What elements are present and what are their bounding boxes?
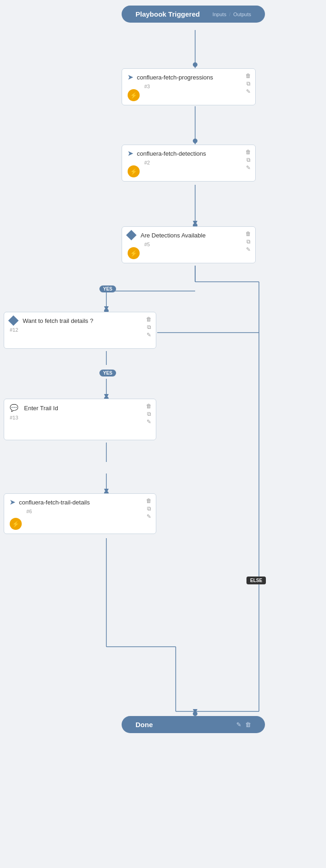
copy-icon[interactable]: ⧉ — [245, 80, 252, 87]
node-enter-trail-id: 💬 Enter Trail Id 🗑 ⧉ ✎ #13 — [4, 399, 156, 440]
node-fetch-progressions: ➤ confluera-fetch-progressions 🗑 ⧉ ✎ ⚡ #… — [122, 68, 256, 105]
node-fetch-detections-title: confluera-fetch-detections — [137, 150, 206, 157]
node-are-detections: Are Detections Available 🗑 ⧉ ✎ ⚡ #5 — [122, 226, 256, 263]
lightning-badge-3: ⚡ — [128, 247, 140, 259]
node-fetch-trail-details-title: confluera-fetch-trail-details — [19, 499, 90, 506]
chat-icon: 💬 — [10, 404, 18, 412]
node-want-fetch-trail-title: Want to fetch trail details ? — [23, 317, 93, 324]
node-fetch-progressions-title: confluera-fetch-progressions — [137, 74, 213, 81]
diamond-icon-1 — [126, 230, 137, 241]
svg-marker-9 — [104, 306, 109, 311]
node-fetch-detections-id: #2 — [144, 160, 250, 165]
arrow-icon-3: ➤ — [10, 498, 15, 506]
delete-icon-5[interactable]: 🗑 — [146, 403, 152, 409]
svg-marker-21 — [104, 489, 109, 493]
else-badge: ELSE — [246, 577, 266, 584]
lightning-badge-1: ⚡ — [128, 89, 140, 101]
delete-icon-4[interactable]: 🗑 — [146, 316, 152, 322]
yes-badge-1: YES — [99, 285, 116, 292]
node-want-fetch-trail-actions: 🗑 ⧉ ✎ — [146, 316, 152, 338]
svg-point-32 — [193, 711, 197, 716]
node-want-fetch-trail-id: #12 — [10, 327, 150, 333]
trigger-links: Inputs / Outputs — [212, 12, 251, 17]
outputs-link[interactable]: Outputs — [233, 12, 251, 17]
node-fetch-trail-details-header: ➤ confluera-fetch-trail-details — [10, 498, 150, 506]
node-fetch-trail-details-id: #6 — [26, 509, 150, 514]
svg-marker-5 — [193, 221, 197, 225]
lightning-badge-2: ⚡ — [128, 165, 140, 177]
diamond-icon-2 — [8, 316, 19, 326]
svg-point-27 — [193, 139, 197, 143]
node-enter-trail-id-title: Enter Trail Id — [24, 405, 58, 412]
node-fetch-trail-details: ➤ confluera-fetch-trail-details 🗑 ⧉ ✎ ⚡ … — [4, 493, 156, 534]
node-are-detections-actions: 🗑 ⧉ ✎ — [245, 231, 252, 253]
trigger-node: Playbook Triggered Inputs / Outputs — [122, 6, 265, 23]
done-delete-icon[interactable]: 🗑 — [245, 721, 251, 728]
node-enter-trail-id-id: #13 — [10, 415, 150, 420]
arrow-icon: ➤ — [128, 73, 133, 81]
node-enter-trail-id-header: 💬 Enter Trail Id — [10, 404, 150, 412]
copy-icon-6[interactable]: ⧉ — [146, 505, 152, 512]
delete-icon-3[interactable]: 🗑 — [245, 231, 252, 237]
node-fetch-detections-actions: 🗑 ⧉ ✎ — [245, 149, 252, 171]
edit-icon-4[interactable]: ✎ — [146, 332, 152, 338]
edit-icon[interactable]: ✎ — [245, 88, 252, 95]
svg-point-26 — [193, 62, 197, 67]
edit-icon-3[interactable]: ✎ — [245, 246, 252, 253]
done-title: Done — [135, 721, 153, 728]
node-fetch-detections-header: ➤ confluera-fetch-detections — [128, 150, 250, 157]
node-enter-trail-id-actions: 🗑 ⧉ ✎ — [146, 403, 152, 425]
copy-icon-2[interactable]: ⧉ — [245, 157, 252, 163]
svg-marker-17 — [104, 394, 109, 399]
node-want-fetch-trail-header: Want to fetch trail details ? — [10, 317, 150, 324]
delete-icon-2[interactable]: 🗑 — [245, 149, 252, 155]
edit-icon-2[interactable]: ✎ — [245, 164, 252, 171]
copy-icon-3[interactable]: ⧉ — [245, 238, 252, 245]
node-are-detections-title: Are Detections Available — [141, 232, 206, 239]
copy-icon-5[interactable]: ⧉ — [146, 411, 152, 417]
done-node: Done ✎ 🗑 — [122, 716, 265, 733]
node-want-fetch-trail: Want to fetch trail details ? 🗑 ⧉ ✎ #12 — [4, 312, 156, 349]
node-are-detections-id: #5 — [144, 242, 250, 247]
arrow-icon-2: ➤ — [128, 150, 133, 157]
inputs-link[interactable]: Inputs — [212, 12, 226, 17]
done-edit-icon[interactable]: ✎ — [236, 721, 241, 728]
svg-marker-3 — [193, 140, 197, 145]
node-fetch-detections: ➤ confluera-fetch-detections 🗑 ⧉ ✎ ⚡ #2 — [122, 145, 256, 182]
svg-marker-14 — [193, 709, 197, 714]
node-fetch-trail-details-actions: 🗑 ⧉ ✎ — [146, 498, 152, 520]
edit-icon-6[interactable]: ✎ — [146, 513, 152, 520]
yes-badge-2: YES — [99, 370, 116, 376]
node-fetch-progressions-header: ➤ confluera-fetch-progressions — [128, 73, 250, 81]
separator: / — [229, 12, 230, 17]
svg-marker-1 — [193, 64, 197, 68]
node-fetch-progressions-actions: 🗑 ⧉ ✎ — [245, 73, 252, 95]
edit-icon-5[interactable]: ✎ — [146, 419, 152, 425]
trigger-title: Playbook Triggered — [135, 10, 200, 18]
delete-icon-6[interactable]: 🗑 — [146, 498, 152, 504]
copy-icon-4[interactable]: ⧉ — [146, 324, 152, 330]
node-are-detections-header: Are Detections Available — [128, 231, 250, 239]
done-actions: ✎ 🗑 — [236, 721, 251, 728]
delete-icon[interactable]: 🗑 — [245, 73, 252, 79]
lightning-badge-4: ⚡ — [10, 518, 22, 530]
node-fetch-progressions-id: #3 — [144, 84, 250, 89]
